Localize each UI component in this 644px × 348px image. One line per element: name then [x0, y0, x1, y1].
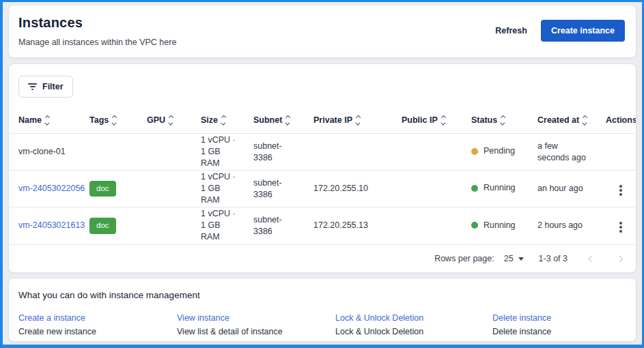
column-header-inner: Size: [201, 115, 225, 125]
column-header-label: Subnet: [253, 115, 282, 125]
cell-public-ip: [402, 171, 471, 207]
sort-arrows-icon: [286, 116, 290, 124]
column-header-label: Actions: [606, 115, 636, 125]
instance-name-link[interactable]: vm-24053021613: [18, 220, 85, 230]
help-link[interactable]: Create a instance: [18, 313, 85, 323]
sort-arrows-icon: [46, 116, 49, 124]
column-header-inner: Created at: [537, 115, 587, 125]
tag-badge: doc: [89, 181, 116, 197]
sort-arrows-icon: [356, 116, 360, 124]
table-row: vm-24053022056doc1 vCPU · 1 GB RAMsubnet…: [9, 171, 636, 207]
instance-created-at: a few seconds ago: [537, 141, 588, 164]
sort-arrows-icon: [222, 116, 225, 124]
pager-controls: [588, 255, 624, 263]
cell-tags: doc: [89, 207, 147, 244]
column-header-label: Status: [471, 115, 497, 125]
cell-name: vm-clone-01: [9, 134, 89, 171]
table-row: vm-24053021613doc1 vCPU · 1 GB RAMsubnet…: [9, 207, 636, 244]
column-header-private-ip[interactable]: Private IP: [313, 106, 402, 134]
sort-arrows-icon: [442, 116, 445, 124]
status-label: Running: [484, 220, 516, 231]
help-link[interactable]: Delete instance: [492, 313, 551, 323]
help-link[interactable]: Lock & Unlock Deletion: [335, 313, 423, 323]
column-header-actions: Actions: [606, 106, 636, 134]
cell-created-wrap: an hour ago: [537, 171, 606, 207]
help-link-item: Lock & Unlock DeletionLock & Unlock Dele…: [335, 311, 492, 336]
cell-gpu: [147, 134, 201, 171]
column-header-label: Public IP: [402, 115, 438, 125]
create-instance-button[interactable]: Create instance: [541, 20, 625, 42]
status-badge: Running: [471, 182, 516, 194]
help-link-item: View instanceView list & detail of insta…: [177, 311, 335, 336]
sort-arrows-icon: [583, 116, 587, 124]
help-panel: What you can do with instance management…: [8, 278, 636, 342]
cell-status: Pending: [471, 134, 537, 171]
kebab-vertical-icon[interactable]: [615, 182, 626, 199]
column-header-gpu[interactable]: GPU: [147, 106, 201, 134]
cell-status: Running: [471, 207, 537, 244]
header-toolbar: Refresh Create instance: [495, 20, 625, 42]
table-header-row: NameTagsGPUSizeSubnetPrivate IPPublic IP…: [9, 106, 636, 134]
help-link[interactable]: View instance: [177, 313, 229, 323]
column-header-label: Name: [18, 115, 42, 125]
page-title: Instances: [18, 15, 176, 31]
column-header-subnet[interactable]: Subnet: [253, 106, 313, 134]
column-header-tags[interactable]: Tags: [89, 106, 147, 134]
cell-gpu: [147, 171, 201, 207]
cell-actions: [606, 171, 636, 207]
column-header-inner: Status: [471, 115, 505, 125]
column-header-status[interactable]: Status: [471, 106, 537, 134]
filter-button-label: Filter: [42, 82, 64, 91]
help-heading: What you can do with instance management: [18, 290, 625, 300]
instance-size: 1 vCPU · 1 GB RAM: [201, 134, 236, 169]
pagination-bar: Rows per page: 25 1-3 of 3: [9, 244, 636, 273]
column-header-inner: Private IP: [313, 115, 359, 125]
sort-arrows-icon: [169, 116, 173, 124]
chevron-right-icon[interactable]: [616, 255, 624, 263]
column-header-inner: Actions: [606, 115, 636, 125]
instance-created-at: an hour ago: [537, 183, 588, 194]
sort-arrows-icon: [113, 116, 116, 124]
cell-created-wrap: 2 hours ago: [537, 207, 606, 244]
help-link-item: Delete instanceDelete instance: [492, 311, 625, 336]
filter-button[interactable]: Filter: [18, 76, 73, 98]
status-badge: Running: [471, 220, 516, 231]
instance-size: 1 vCPU · 1 GB RAM: [201, 208, 236, 243]
instance-size: 1 vCPU · 1 GB RAM: [201, 171, 236, 206]
instance-name: vm-clone-01: [18, 146, 74, 158]
rows-per-page: Rows per page: 25: [434, 254, 523, 263]
column-header-inner: Name: [18, 115, 49, 125]
column-header-size[interactable]: Size: [201, 106, 253, 134]
refresh-button[interactable]: Refresh: [495, 26, 527, 35]
column-header-inner: Subnet: [253, 115, 290, 125]
column-header-label: Size: [201, 115, 218, 125]
cell-created-wrap: a few seconds ago: [537, 134, 606, 171]
tag-badge: doc: [89, 218, 116, 234]
cell-private-ip: 172.20.255.13: [313, 207, 402, 244]
column-header-name[interactable]: Name: [9, 106, 89, 134]
cell-public-ip: [402, 207, 471, 244]
column-header-public-ip[interactable]: Public IP: [402, 106, 471, 134]
table-body: vm-clone-011 vCPU · 1 GB RAMsubnet-3386P…: [9, 134, 636, 244]
caret-down-icon: [518, 257, 524, 261]
cell-actions: [606, 207, 636, 244]
pagination-range: 1-3 of 3: [539, 254, 568, 263]
instance-name-link[interactable]: vm-24053022056: [18, 184, 85, 193]
cell-subnet-wrap: subnet-3386: [253, 134, 313, 171]
status-label: Pending: [484, 145, 515, 157]
cell-private-ip: 172.20.255.10: [313, 171, 402, 207]
kebab-vertical-icon[interactable]: [615, 219, 626, 235]
rows-per-page-select[interactable]: 25: [504, 254, 524, 263]
help-link-description: Delete instance: [492, 327, 625, 336]
instances-panel: Filter NameTagsGPUSizeSubnetPrivate IPPu…: [8, 63, 636, 273]
status-dot-icon: [471, 185, 478, 192]
chevron-left-icon[interactable]: [588, 255, 596, 263]
instance-subnet: subnet-3386: [253, 177, 288, 201]
cell-private-ip: [313, 134, 402, 171]
column-header-inner: Public IP: [402, 115, 445, 125]
instance-subnet: subnet-3386: [253, 214, 288, 237]
column-header-created-at[interactable]: Created at: [537, 106, 606, 134]
page-header-text: Instances Manage all instances within th…: [18, 15, 176, 57]
cell-name: vm-24053021613: [9, 207, 89, 244]
status-dot-icon: [471, 222, 478, 229]
